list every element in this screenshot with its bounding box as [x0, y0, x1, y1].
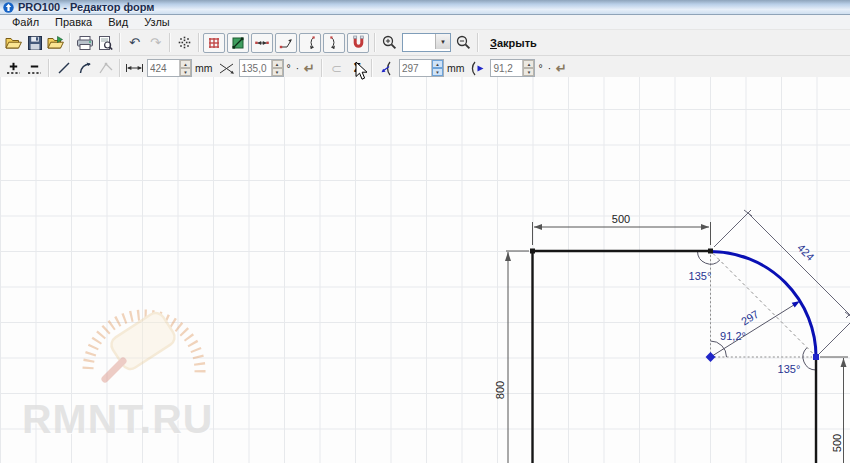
angle-spinner[interactable]: ▲▼	[271, 60, 283, 76]
pro100-window: { "window": { "title": "PRO100 - Редакто…	[0, 0, 850, 463]
open-button[interactable]	[3, 33, 24, 53]
polyline-tool-button[interactable]	[95, 58, 116, 78]
toggle-segment-mode-button[interactable]	[251, 33, 273, 53]
length-unit-label: mm	[195, 62, 213, 74]
close-editor-button[interactable]: Закрыть	[484, 35, 543, 51]
arc-angle-input[interactable]	[491, 60, 522, 76]
radius-field-wrap: ▲▼	[399, 59, 444, 77]
polyline-gray-icon	[99, 61, 113, 75]
segment-length-label	[124, 58, 145, 78]
angle-input[interactable]	[240, 60, 271, 76]
menu-file[interactable]: Файл	[4, 16, 47, 29]
separator	[119, 33, 121, 52]
node-top-left[interactable]	[530, 249, 535, 254]
menu-view[interactable]: Вид	[100, 16, 136, 29]
delete-node-button[interactable]	[24, 58, 45, 78]
redo-button[interactable]: ↷	[145, 33, 166, 53]
angle-icon	[218, 62, 235, 75]
green-node-edit-icon	[232, 37, 244, 49]
zoom-in-button[interactable]	[379, 33, 400, 53]
line-segment-tool-button[interactable]	[53, 58, 74, 78]
zoom-out-icon	[456, 35, 471, 50]
arc-combine-button[interactable]: ⊂	[326, 58, 347, 78]
title-bar[interactable]: PRO100 - Редактор форм	[0, 0, 850, 15]
menu-nodes[interactable]: Узлы	[136, 16, 178, 29]
combo-dropdown-button[interactable]: ▼	[435, 34, 450, 49]
curve-tool-icon	[78, 61, 92, 75]
separator	[371, 59, 373, 78]
zoom-out-button[interactable]	[453, 33, 474, 53]
separator	[119, 59, 121, 78]
dim-chord-label: 424	[795, 241, 816, 262]
arc-angle-spinner[interactable]: ▲▼	[522, 60, 534, 76]
node-arc-end[interactable]	[813, 354, 819, 360]
arc-radius-icon	[378, 61, 395, 76]
snap-points-icon	[177, 35, 192, 50]
toggle-arc-cw-button[interactable]	[323, 33, 345, 53]
radius-input[interactable]	[400, 60, 431, 76]
dim-radius-label: 297	[739, 308, 761, 328]
red-grid-icon	[208, 37, 220, 49]
corner-line-icon	[279, 37, 293, 49]
node-arc-start[interactable]	[708, 249, 713, 254]
apply-segment-button[interactable]: ↵	[304, 61, 315, 76]
apply-arc-button[interactable]: ↵	[556, 61, 567, 76]
print-button[interactable]	[74, 33, 95, 53]
separator	[374, 33, 376, 52]
toggle-node-edit-button[interactable]	[227, 33, 249, 53]
arc-angle-label	[467, 58, 488, 78]
dimension-top	[533, 222, 711, 245]
dim-arrow-up-right	[841, 358, 847, 367]
print-preview-button[interactable]	[95, 33, 116, 53]
menu-edit[interactable]: Правка	[47, 16, 100, 29]
toggle-polyline-mode-button[interactable]	[275, 33, 297, 53]
save-floppy-icon	[28, 36, 42, 50]
toggle-arc-ccw-button[interactable]	[299, 33, 321, 53]
redo-icon: ↷	[150, 36, 161, 49]
zoom-level-combobox[interactable]: ▼	[402, 33, 451, 52]
open-folder-icon	[5, 36, 22, 49]
window-title: PRO100 - Редактор форм	[18, 2, 154, 13]
printer-icon	[77, 36, 93, 50]
import-form-button[interactable]	[45, 33, 66, 53]
angle-start-label: 135°	[689, 270, 712, 282]
add-node-icon	[6, 62, 21, 75]
undo-button[interactable]: ↶	[124, 33, 145, 53]
mouse-cursor	[355, 61, 369, 81]
magnet-icon	[351, 35, 366, 50]
dot-mark: ·	[296, 63, 299, 74]
separator	[48, 59, 50, 78]
dim-top-label: 500	[612, 213, 630, 225]
save-button[interactable]	[24, 33, 45, 53]
arc-combine-icon: ⊂	[331, 62, 342, 75]
arc-angle-unit-label: °	[538, 62, 542, 74]
dim-arrow-left	[534, 224, 542, 230]
separator	[321, 59, 323, 78]
radius-arrowhead	[792, 301, 800, 308]
node-arc-center[interactable]	[706, 352, 716, 362]
toggle-magnet-snap-button[interactable]	[347, 33, 369, 53]
radius-spinner[interactable]: ▲▼	[431, 60, 443, 76]
delete-node-icon	[27, 62, 42, 75]
length-input[interactable]	[148, 60, 179, 76]
angle-field-wrap: ▲▼	[239, 59, 284, 77]
line-tool-icon	[57, 61, 71, 75]
print-preview-icon	[99, 36, 113, 50]
add-node-button[interactable]	[3, 58, 24, 78]
snap-to-grid-button[interactable]	[174, 33, 195, 53]
app-logo-icon	[3, 2, 14, 13]
drawing-canvas[interactable]: RMNT.RU 500 800 500	[0, 77, 850, 463]
dot-mark: ·	[548, 63, 551, 74]
angle-end-label: 135°	[778, 363, 801, 375]
arc-radius-label	[376, 58, 397, 78]
arc-angle-field-wrap: ▲▼	[490, 59, 535, 77]
toggle-coarse-grid-button[interactable]	[203, 33, 225, 53]
import-folder-icon	[47, 36, 64, 49]
length-spinner[interactable]: ▲▼	[179, 60, 191, 76]
arc-ccw-icon	[304, 36, 317, 49]
separator	[69, 33, 71, 52]
arc-angle-icon	[469, 61, 486, 76]
arc-cw-icon	[328, 36, 341, 49]
undo-icon: ↶	[129, 36, 140, 49]
arc-segment-tool-button[interactable]	[74, 58, 95, 78]
